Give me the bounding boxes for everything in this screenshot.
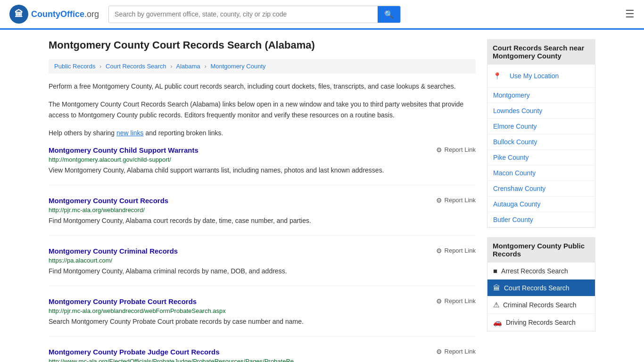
report-link-label: Report Link bbox=[445, 146, 476, 153]
nearby-header: Court Records Search near Montgomery Cou… bbox=[487, 39, 595, 65]
nearby-link[interactable]: Macon County bbox=[487, 165, 595, 181]
nearby-link[interactable]: Pike County bbox=[487, 150, 595, 165]
pr-label: Driving Records Search bbox=[506, 319, 576, 326]
public-records-header: Montgomery County Public Records bbox=[487, 237, 595, 263]
record-url: https://pa.alacourt.com/ bbox=[49, 257, 476, 264]
site-header: 🏛 CountyOffice.org 🔍 ☰ bbox=[0, 0, 644, 30]
pr-label: Court Records Search bbox=[504, 284, 570, 292]
nearby-link[interactable]: Elmore County bbox=[487, 119, 595, 134]
record-title[interactable]: Montgomery County Court Records bbox=[49, 197, 168, 205]
report-link-label: Report Link bbox=[445, 247, 476, 254]
record-url: http://pjr.mc-ala.org/weblandrecord/ bbox=[49, 206, 476, 214]
public-records-link[interactable]: 🏛Court Records Search bbox=[487, 280, 595, 296]
search-button[interactable]: 🔍 bbox=[378, 6, 400, 23]
pr-icon: 🚗 bbox=[493, 318, 502, 327]
location-pin-icon: 📍 bbox=[493, 72, 501, 80]
new-links[interactable]: new links bbox=[116, 129, 144, 137]
report-link[interactable]: ⚙ Report Link bbox=[436, 247, 476, 255]
records-list: Montgomery County Child Support Warrants… bbox=[49, 146, 476, 362]
report-link-label: Report Link bbox=[445, 348, 476, 355]
public-records-link[interactable]: 🚗Driving Records Search bbox=[487, 314, 595, 331]
logo-icon: 🏛 bbox=[9, 5, 28, 24]
report-icon: ⚙ bbox=[436, 348, 442, 355]
pr-icon: ■ bbox=[493, 267, 497, 275]
record-description: Search Montgomery County Probate Court p… bbox=[49, 317, 476, 327]
report-icon: ⚙ bbox=[436, 197, 442, 204]
record-item: Montgomery County Child Support Warrants… bbox=[49, 146, 476, 185]
record-title[interactable]: Montgomery County Probate Court Records bbox=[49, 297, 197, 305]
nearby-link[interactable]: Crenshaw County bbox=[487, 181, 595, 197]
public-records-link[interactable]: ■Arrest Records Search bbox=[487, 263, 595, 280]
menu-icon[interactable]: ☰ bbox=[625, 8, 635, 20]
description-3: Help others by sharing new links and rep… bbox=[49, 128, 476, 138]
public-records-section: Montgomery County Public Records ■Arrest… bbox=[487, 237, 595, 331]
record-item: Montgomery County Probate Court Records … bbox=[49, 297, 476, 337]
public-records-link[interactable]: ⚠Criminal Records Search bbox=[487, 296, 595, 314]
nearby-link[interactable]: Bullock County bbox=[487, 134, 595, 150]
use-my-location[interactable]: 📍 Use My Location bbox=[487, 65, 595, 88]
pr-label: Criminal Records Search bbox=[503, 301, 577, 309]
breadcrumb-public-records[interactable]: Public Records bbox=[54, 63, 95, 70]
content-area: Montgomery County Court Records Search (… bbox=[49, 39, 476, 362]
report-link[interactable]: ⚙ Report Link bbox=[436, 348, 476, 355]
nearby-link[interactable]: Montgomery bbox=[487, 88, 595, 103]
logo-text: CountyOffice.org bbox=[31, 9, 99, 19]
report-link-label: Report Link bbox=[445, 197, 476, 204]
site-logo[interactable]: 🏛 CountyOffice.org bbox=[9, 5, 99, 24]
pr-label: Arrest Records Search bbox=[501, 267, 568, 275]
main-container: Montgomery County Court Records Search (… bbox=[39, 30, 605, 362]
report-link[interactable]: ⚙ Report Link bbox=[436, 146, 476, 154]
record-title[interactable]: Montgomery County Probate Judge Court Re… bbox=[49, 348, 220, 356]
report-icon: ⚙ bbox=[436, 146, 442, 154]
report-icon: ⚙ bbox=[436, 297, 442, 305]
breadcrumb-court-records[interactable]: Court Records Search bbox=[106, 63, 166, 70]
nearby-link[interactable]: Butler County bbox=[487, 212, 595, 227]
report-link[interactable]: ⚙ Report Link bbox=[436, 197, 476, 204]
search-input[interactable] bbox=[109, 7, 378, 22]
record-url: http://pjr.mc-ala.org/weblandrecord/webF… bbox=[49, 307, 476, 314]
use-my-location-link[interactable]: Use My Location bbox=[504, 68, 564, 83]
record-url: http://montgomery.alacourt.gov/child-sup… bbox=[49, 156, 476, 163]
nearby-link[interactable]: Lowndes County bbox=[487, 103, 595, 119]
record-description: Find Montgomery County, Alabama court re… bbox=[49, 216, 476, 226]
breadcrumb: Public Records › Court Records Search › … bbox=[49, 59, 476, 74]
report-link[interactable]: ⚙ Report Link bbox=[436, 297, 476, 305]
pr-icon: 🏛 bbox=[493, 284, 500, 292]
breadcrumb-alabama[interactable]: Alabama bbox=[176, 63, 200, 70]
record-item: Montgomery County Probate Judge Court Re… bbox=[49, 348, 476, 362]
breadcrumb-montgomery[interactable]: Montgomery County bbox=[210, 63, 265, 70]
report-icon: ⚙ bbox=[436, 247, 442, 255]
description-1: Perform a free Montgomery County, AL pub… bbox=[49, 81, 476, 91]
record-title[interactable]: Montgomery County Criminal Records bbox=[49, 247, 178, 255]
record-item: Montgomery County Criminal Records ⚙ Rep… bbox=[49, 247, 476, 286]
nearby-list: 📍 Use My Location MontgomeryLowndes Coun… bbox=[487, 65, 595, 228]
search-bar: 🔍 bbox=[108, 6, 401, 23]
nearby-section: Court Records Search near Montgomery Cou… bbox=[487, 39, 595, 228]
report-link-label: Report Link bbox=[445, 297, 476, 304]
nearby-link[interactable]: Autauga County bbox=[487, 197, 595, 212]
record-description: Find Montgomery County, Alabama criminal… bbox=[49, 266, 476, 276]
public-records-list: ■Arrest Records Search🏛Court Records Sea… bbox=[487, 263, 595, 331]
page-title: Montgomery County Court Records Search (… bbox=[49, 39, 476, 51]
sidebar: Court Records Search near Montgomery Cou… bbox=[487, 39, 595, 362]
description-2: The Montgomery County Court Records Sear… bbox=[49, 99, 476, 120]
record-url: http://www.mc-ala.org/ElectedOfficials/P… bbox=[49, 358, 476, 362]
record-title[interactable]: Montgomery County Child Support Warrants bbox=[49, 146, 198, 154]
record-description: View Montgomery County, Alabama child su… bbox=[49, 165, 476, 175]
pr-icon: ⚠ bbox=[493, 301, 499, 309]
record-item: Montgomery County Court Records ⚙ Report… bbox=[49, 197, 476, 236]
